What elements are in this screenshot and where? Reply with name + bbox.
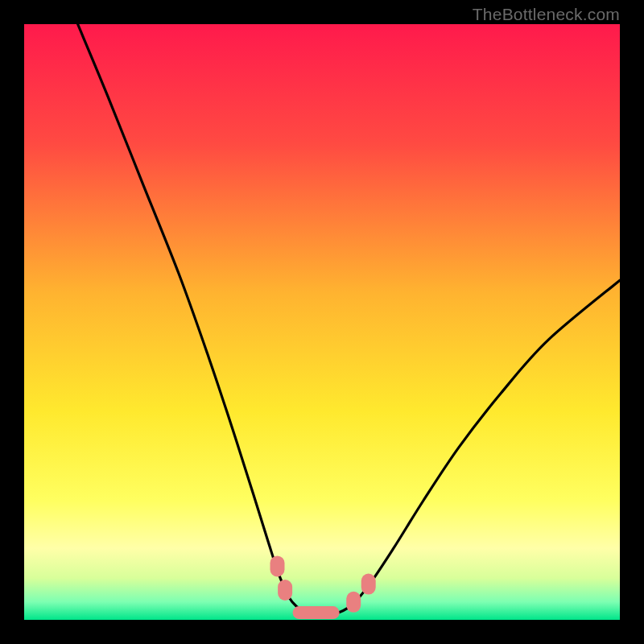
curve-marker xyxy=(361,574,376,595)
curve-marker xyxy=(293,606,340,619)
curve-marker xyxy=(270,555,285,576)
chart-frame: TheBottleneck.com xyxy=(0,0,644,644)
watermark-text: TheBottleneck.com xyxy=(473,5,620,24)
curve-marker xyxy=(346,592,361,613)
plot-area xyxy=(24,24,620,620)
curve-marker xyxy=(278,580,292,601)
bottleneck-curve xyxy=(24,24,620,620)
